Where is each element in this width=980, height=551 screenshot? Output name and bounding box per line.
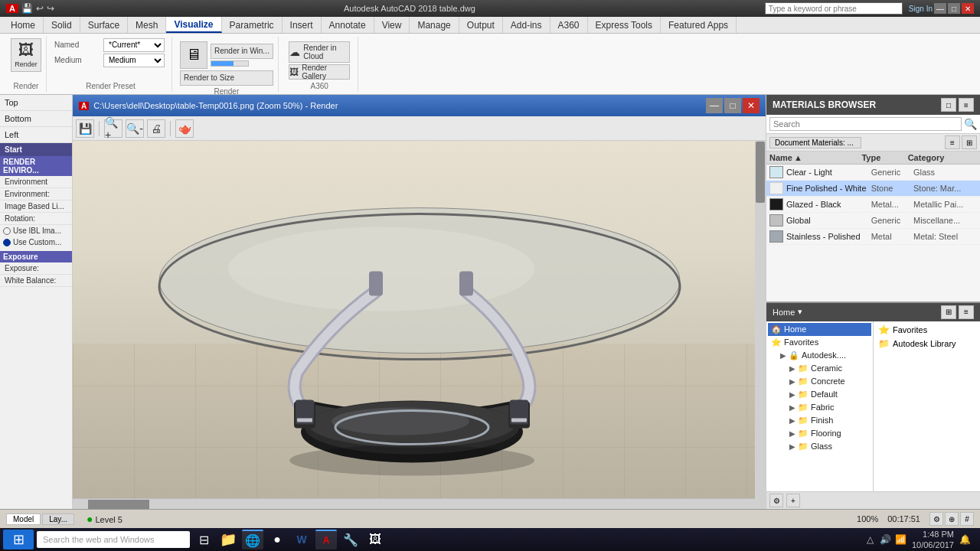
taskbar-file-explorer[interactable]: 📁: [217, 530, 239, 549]
medium-dropdown[interactable]: Medium Low High: [103, 54, 165, 67]
render-hscrollbar[interactable]: [73, 498, 755, 509]
tray-network[interactable]: 📶: [895, 533, 907, 546]
mat-col-category-header[interactable]: Category: [908, 153, 977, 162]
render-image[interactable]: [73, 141, 766, 509]
start-button[interactable]: Start: [0, 143, 72, 156]
model-tab[interactable]: Model: [6, 514, 41, 525]
lib-tree-flooring[interactable]: ▶ 📁 Flooring: [768, 427, 871, 440]
lib-autodesk-item[interactable]: 📁 Autodesk Library: [875, 337, 978, 350]
lib-tree-ceramic[interactable]: ▶ 📁 Ceramic: [768, 362, 871, 375]
quick-access-redo[interactable]: ↪: [47, 3, 54, 14]
materials-browser-expand-btn[interactable]: □: [941, 98, 956, 112]
lib-favorites-item[interactable]: ⭐ Favorites: [875, 323, 978, 337]
tab-express-tools[interactable]: Express Tools: [588, 17, 661, 33]
lib-tree-favorites[interactable]: ⭐ Favorites: [768, 336, 871, 349]
taskbar-word[interactable]: W: [291, 530, 312, 549]
render-maximize-btn[interactable]: □: [724, 98, 741, 113]
ibl-radio[interactable]: [3, 227, 11, 235]
taskbar-app8[interactable]: 🔧: [340, 530, 361, 549]
mat-row-clear-light[interactable]: Clear - Light Generic Glass: [766, 165, 980, 181]
tab-view[interactable]: View: [374, 17, 410, 33]
home-dropdown-arrow[interactable]: ▾: [798, 307, 802, 317]
image-based-item[interactable]: Image Based Li...: [0, 201, 72, 213]
close-button[interactable]: ✕: [962, 3, 974, 14]
render-gallery-btn[interactable]: 🖼 Render Gallery: [289, 64, 350, 80]
mat-col-name-header[interactable]: Name ▲: [769, 153, 861, 162]
tab-parametric[interactable]: Parametric: [222, 17, 283, 33]
mat-row-glazed-black[interactable]: Glazed - Black Metal... Metallic Pai...: [766, 197, 980, 213]
taskbar-clock[interactable]: 1:48 PM 10/06/2017: [912, 529, 954, 551]
lib-tree-concrete[interactable]: ▶ 📁 Concrete: [768, 375, 871, 388]
quick-access-undo[interactable]: ↩: [36, 3, 44, 14]
taskbar-edge[interactable]: 🌐: [242, 530, 263, 549]
tab-annotate[interactable]: Annotate: [322, 17, 374, 33]
tab-manage[interactable]: Manage: [410, 17, 459, 33]
materials-grid-view-btn[interactable]: ⊞: [962, 135, 977, 149]
minimize-button[interactable]: —: [934, 3, 946, 14]
view-left[interactable]: Left: [0, 127, 72, 143]
library-layout-list-btn[interactable]: ≡: [959, 305, 974, 319]
quick-access-save[interactable]: 💾: [21, 3, 33, 14]
zoom-out-btn[interactable]: 🔍-: [126, 119, 144, 138]
custom-radio-item[interactable]: Use Custom...: [0, 236, 72, 248]
view-preset-dropdown[interactable]: *Current* Draft Medium High: [103, 38, 165, 52]
tab-mesh[interactable]: Mesh: [128, 17, 166, 33]
render-to-size-btn[interactable]: Render to Size: [180, 70, 273, 86]
lib-tree-home[interactable]: 🏠 Home: [768, 323, 871, 336]
taskbar-search-box[interactable]: Search the web and Windows: [37, 531, 190, 548]
mat-row-stainless-polished[interactable]: Stainless - Polished Metal Metal: Steel: [766, 229, 980, 245]
maximize-button[interactable]: □: [948, 3, 960, 14]
lib-tree-glass[interactable]: ▶ 📁 Glass: [768, 440, 871, 453]
lib-settings-btn[interactable]: ⚙: [769, 494, 783, 507]
materials-search-input[interactable]: [769, 117, 962, 131]
materials-browser-options-btn[interactable]: ≡: [959, 98, 974, 112]
lib-add-btn[interactable]: +: [786, 494, 800, 507]
mat-col-type-header[interactable]: Type: [861, 153, 907, 162]
view-bottom[interactable]: Bottom: [0, 111, 72, 127]
lib-tree-default[interactable]: ▶ 📁 Default: [768, 388, 871, 401]
mat-row-fine-polished-white[interactable]: Fine Polished - White Stone Stone: Mar..…: [766, 181, 980, 197]
tab-featured-apps[interactable]: Featured Apps: [661, 17, 737, 33]
render-button[interactable]: 🖼 Render: [11, 38, 41, 72]
render-in-window-icon[interactable]: 🖥: [180, 41, 207, 69]
tab-output[interactable]: Output: [459, 17, 503, 33]
layout-tab[interactable]: Lay...: [42, 514, 74, 525]
taskbar-chrome[interactable]: ●: [266, 530, 288, 549]
render-close-btn[interactable]: ✕: [743, 98, 760, 113]
view-top[interactable]: Top: [0, 95, 72, 111]
start-menu-button[interactable]: ⊞: [3, 530, 34, 549]
render-settings-btn[interactable]: 🫖: [175, 119, 194, 138]
tray-speaker[interactable]: 🔊: [880, 533, 892, 546]
lib-tree-finish[interactable]: ▶ 📁 Finish: [768, 414, 871, 427]
title-search-input[interactable]: [765, 2, 903, 15]
library-layout-grid-btn[interactable]: ⊞: [941, 305, 956, 319]
mat-row-global[interactable]: Global Generic Miscellane...: [766, 213, 980, 229]
render-cloud-btn[interactable]: ☁ Render in Cloud: [289, 41, 350, 63]
zoom-in-btn[interactable]: 🔍+: [104, 119, 122, 138]
status-settings-btn[interactable]: ⚙: [929, 512, 943, 526]
save-render-btn[interactable]: 💾: [76, 119, 94, 138]
lib-tree-autodesk[interactable]: ▶ 🔒 Autodesk....: [768, 349, 871, 362]
custom-radio[interactable]: [3, 239, 11, 246]
tab-solid[interactable]: Solid: [44, 17, 80, 33]
tab-home[interactable]: Home: [3, 17, 44, 33]
home-label[interactable]: Home: [773, 308, 795, 317]
status-snap-btn[interactable]: ⊕: [945, 512, 959, 526]
ibl-radio-item[interactable]: Use IBL Ima...: [0, 225, 72, 236]
notification-bell[interactable]: 🔔: [959, 533, 971, 546]
tab-a360[interactable]: A360: [550, 17, 588, 33]
tab-surface[interactable]: Surface: [80, 17, 128, 33]
render-minimize-btn[interactable]: —: [706, 98, 723, 113]
render-scrollbar-thumb[interactable]: [756, 142, 765, 203]
lib-tree-fabric[interactable]: ▶ 📁 Fabric: [768, 401, 871, 414]
tab-add-ins[interactable]: Add-ins: [503, 17, 550, 33]
render-hscrollbar-thumb[interactable]: [88, 500, 149, 509]
render-scrollbar[interactable]: [755, 141, 766, 509]
tab-visualize[interactable]: Visualize: [166, 17, 221, 33]
tray-up-arrow[interactable]: △: [864, 533, 877, 546]
taskbar-task-view[interactable]: ⊟: [193, 530, 214, 549]
status-grid-btn[interactable]: #: [960, 512, 974, 526]
materials-list-view-btn[interactable]: ≡: [945, 135, 960, 149]
taskbar-autocad[interactable]: A: [315, 530, 337, 549]
sign-in-label[interactable]: Sign In: [909, 5, 933, 13]
